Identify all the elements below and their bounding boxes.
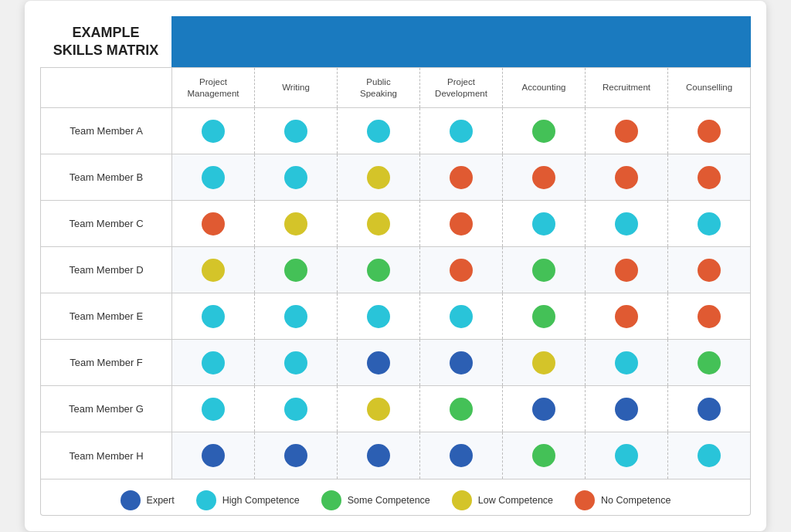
data-cell — [172, 340, 255, 385]
high-dot — [450, 305, 473, 328]
expert-legend-dot — [121, 490, 141, 510]
data-cell — [338, 432, 420, 479]
data-cell — [586, 201, 668, 246]
data-cell — [668, 154, 750, 200]
legend-item-no: No Competence — [575, 490, 670, 510]
some-legend-label: Some Competence — [348, 495, 430, 506]
row-label: Team Member B — [41, 154, 171, 201]
no-dot — [450, 259, 473, 282]
expert-dot — [367, 351, 390, 374]
data-cell — [668, 386, 750, 432]
table-row — [172, 154, 750, 201]
data-cell — [503, 386, 586, 432]
data-cell — [668, 432, 750, 479]
data-cell — [668, 201, 750, 246]
data-cell — [668, 340, 750, 385]
data-cell — [255, 201, 338, 246]
data-cell — [586, 432, 668, 479]
high-dot — [367, 305, 390, 328]
data-cell — [420, 293, 503, 339]
high-legend-label: High Competence — [222, 495, 300, 506]
some-dot — [450, 398, 473, 421]
data-cell — [338, 108, 420, 154]
some-dot — [367, 259, 390, 282]
data-cell — [338, 386, 420, 432]
data-cell — [338, 340, 420, 385]
no-legend-dot — [575, 490, 595, 510]
matrix-title: EXAMPLESKILLS MATRIX — [53, 24, 159, 60]
low-dot — [367, 212, 390, 236]
expert-legend-label: Expert — [147, 495, 175, 506]
no-dot — [698, 166, 721, 189]
data-cell — [420, 340, 503, 385]
data-cell — [586, 247, 668, 293]
some-dot — [532, 305, 555, 328]
data-cell — [338, 293, 420, 339]
data-cell — [172, 154, 255, 200]
legend-item-expert: Expert — [121, 490, 175, 510]
expert-dot — [615, 398, 638, 421]
high-dot — [698, 444, 721, 467]
data-cell — [255, 293, 338, 339]
high-dot — [202, 166, 225, 189]
expert-dot — [284, 444, 307, 467]
no-legend-label: No Competence — [601, 495, 670, 506]
low-dot — [367, 398, 390, 421]
high-dot — [284, 120, 307, 143]
table-row — [172, 108, 750, 154]
data-cell — [420, 386, 503, 432]
high-dot — [450, 120, 473, 143]
table-row — [172, 340, 750, 386]
data-cell — [420, 154, 503, 200]
no-dot — [615, 120, 638, 143]
row-label: Team Member C — [41, 201, 171, 247]
col-headers: ProjectManagementWritingPublicSpeakingPr… — [172, 68, 750, 108]
data-cell — [586, 154, 668, 200]
high-dot — [202, 305, 225, 328]
data-cell — [503, 247, 586, 293]
no-dot — [532, 166, 555, 189]
expert-dot — [532, 398, 555, 421]
col-header-proj_mgmt: ProjectManagement — [172, 68, 255, 107]
low-dot — [532, 351, 555, 374]
some-dot — [532, 120, 555, 143]
data-cell — [586, 293, 668, 339]
high-dot — [202, 398, 225, 421]
no-dot — [698, 259, 721, 282]
data-cell — [420, 108, 503, 154]
high-dot — [698, 212, 721, 236]
high-dot — [202, 120, 225, 143]
expert-dot — [698, 398, 721, 421]
table-row — [172, 201, 750, 247]
data-cell — [668, 108, 750, 154]
high-dot — [532, 212, 555, 236]
data-cell — [338, 201, 420, 246]
expert-dot — [367, 444, 390, 467]
data-cell — [503, 340, 586, 385]
no-dot — [615, 305, 638, 328]
table-row — [172, 293, 750, 340]
data-cell — [586, 340, 668, 385]
low-legend-dot — [452, 490, 472, 510]
col-header-counselling: Counselling — [668, 68, 750, 107]
data-cell — [668, 247, 750, 293]
row-label: Team Member D — [41, 247, 171, 293]
skills-header — [171, 16, 751, 68]
high-dot — [615, 351, 638, 374]
expert-dot — [450, 444, 473, 467]
data-cell — [420, 201, 503, 246]
high-dot — [615, 444, 638, 467]
data-cell — [503, 108, 586, 154]
no-dot — [615, 259, 638, 282]
col-header-writing: Writing — [255, 68, 338, 107]
data-cell — [172, 386, 255, 432]
high-dot — [284, 166, 307, 189]
no-dot — [450, 212, 473, 236]
no-dot — [450, 166, 473, 189]
data-cell — [172, 108, 255, 154]
high-legend-dot — [196, 490, 216, 510]
data-cell — [255, 108, 338, 154]
data-cell — [255, 154, 338, 200]
data-cell — [172, 201, 255, 246]
row-label: Team Member F — [41, 340, 171, 386]
